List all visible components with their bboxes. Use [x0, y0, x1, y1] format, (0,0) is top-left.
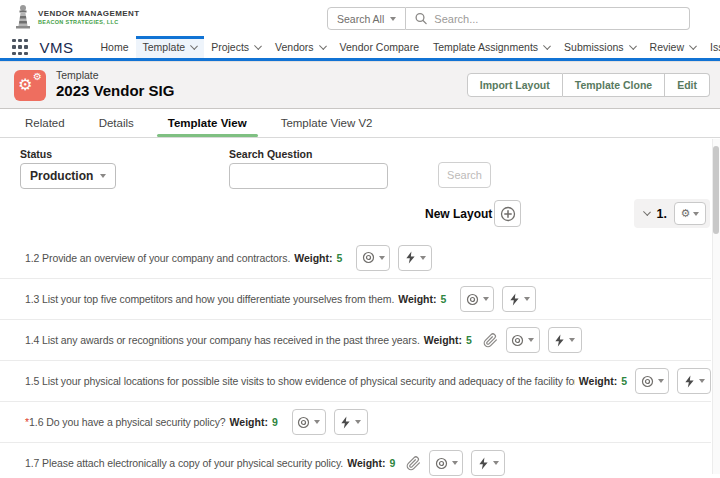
question-target-menu-button[interactable]	[460, 286, 494, 312]
chevron-down-icon	[493, 461, 499, 465]
section-settings-button[interactable]: ⚙	[674, 202, 706, 225]
search-scope-label: Search All	[337, 13, 384, 25]
question-actions-menu-button[interactable]	[677, 368, 711, 394]
chevron-down-icon	[483, 297, 489, 301]
record-actions: Import Layout Template Clone Edit	[467, 73, 710, 97]
nav-item-template[interactable]: Template	[136, 36, 205, 58]
lightning-icon	[478, 457, 489, 470]
search-question-input[interactable]	[236, 164, 381, 188]
question-actions-menu-button[interactable]	[471, 450, 505, 476]
question-text: 1.7 Please attach electronically a copy …	[25, 457, 343, 469]
nav-item-issue[interactable]: Issue	[703, 36, 720, 58]
question-row: 1.5 List your physical locations for pos…	[0, 360, 711, 401]
search-question-field-wrap	[229, 163, 388, 189]
tab-related[interactable]: Related	[8, 109, 82, 137]
logo-subtitle: BEACON STRATEGIES, LLC	[38, 19, 139, 25]
gear-icon: ⚙	[33, 72, 42, 82]
logo-title: VENDOR MANAGEMENT	[38, 9, 139, 18]
search-question-label: Search Question	[229, 148, 312, 160]
lightning-icon	[509, 293, 520, 306]
bullseye-icon	[511, 334, 524, 347]
weight-label: Weight:	[398, 293, 436, 305]
chevron-down-icon	[452, 461, 458, 465]
app-launcher-icon[interactable]	[12, 39, 28, 56]
nav-item-label: Template	[143, 41, 186, 53]
nav-item-submissions[interactable]: Submissions	[557, 36, 643, 58]
template-clone-button[interactable]: Template Clone	[563, 73, 665, 97]
question-list: 1.2 Provide an overview of your company …	[0, 237, 711, 478]
tab-template-view-v2[interactable]: Template View V2	[264, 109, 390, 137]
question-text: 1.2 Provide an overview of your company …	[25, 252, 290, 264]
question-actions-menu-button[interactable]	[502, 286, 536, 312]
weight-value: 9	[389, 457, 395, 469]
question-actions-menu-button[interactable]	[548, 327, 582, 353]
question-target-menu-button[interactable]	[356, 245, 390, 271]
status-select[interactable]: Production	[20, 163, 116, 189]
chevron-down-icon	[314, 420, 320, 424]
question-target-menu-button[interactable]	[429, 450, 463, 476]
search-input[interactable]	[434, 13, 680, 25]
attachment-paperclip-icon	[406, 456, 421, 471]
chevron-down-icon	[355, 420, 361, 424]
question-target-menu-button[interactable]	[292, 409, 326, 435]
question-row: 1.4 List any awards or recognitions your…	[0, 319, 711, 360]
section-header: 1. ⚙	[634, 199, 710, 228]
weight-label: Weight:	[294, 252, 332, 264]
tab-label: Template View V2	[281, 117, 373, 129]
question-actions-menu-button[interactable]	[398, 245, 432, 271]
question-actions-menu-button[interactable]	[334, 409, 368, 435]
weight-value: 5	[441, 293, 447, 305]
company-logo: VENDOR MANAGEMENT BEACON STRATEGIES, LLC	[12, 4, 139, 30]
question-target-menu-button[interactable]	[635, 368, 669, 394]
edit-button[interactable]: Edit	[665, 73, 710, 97]
weight-value: 5	[621, 375, 627, 387]
app-navigation-bar: VMS Home Template Projects Vendors Vendo…	[0, 36, 720, 61]
app-name: VMS	[40, 39, 74, 56]
collapse-section-icon[interactable]	[643, 208, 651, 216]
gear-icon: ⚙	[18, 77, 32, 93]
chevron-down-icon	[100, 174, 106, 178]
vertical-scrollbar[interactable]	[712, 139, 720, 474]
nav-item-home[interactable]: Home	[94, 36, 136, 58]
weight-value: 9	[272, 416, 278, 428]
global-header: VENDOR MANAGEMENT BEACON STRATEGIES, LLC…	[0, 0, 720, 36]
nav-item-template-assignments[interactable]: Template Assignments	[426, 36, 557, 58]
scrollbar-thumb[interactable]	[713, 146, 719, 234]
gear-icon: ⚙	[681, 208, 691, 219]
nav-item-label: Vendors	[275, 41, 314, 53]
add-layout-button[interactable]	[494, 200, 521, 227]
lightning-icon	[405, 251, 416, 264]
chevron-down-icon	[569, 338, 575, 342]
lightning-icon	[340, 416, 351, 429]
weight-value: 5	[337, 252, 343, 264]
chevron-down-icon	[420, 256, 426, 260]
question-target-menu-button[interactable]	[506, 327, 540, 353]
status-selected-value: Production	[30, 169, 93, 183]
nav-item-label: Review	[650, 41, 684, 53]
chevron-down-icon	[693, 212, 699, 216]
question-text: 1.3 List your top five competitors and h…	[25, 293, 394, 305]
vendor-management-app: VENDOR MANAGEMENT BEACON STRATEGIES, LLC…	[0, 0, 720, 478]
nav-item-review[interactable]: Review	[643, 36, 703, 58]
question-text: 1.4 List any awards or recognitions your…	[25, 334, 420, 346]
record-header: ⚙ ⚙ Template 2023 Vendor SIG Import Layo…	[0, 61, 720, 109]
chevron-down-icon	[190, 42, 198, 50]
nav-item-vendor-compare[interactable]: Vendor Compare	[333, 36, 426, 58]
question-text: 1.5 List your physical locations for pos…	[25, 375, 575, 387]
import-layout-button[interactable]: Import Layout	[467, 73, 563, 97]
search-button[interactable]: Search	[438, 162, 491, 188]
tab-template-view[interactable]: Template View	[151, 109, 264, 137]
question-row: 1.2 Provide an overview of your company …	[0, 237, 711, 278]
chevron-down-icon	[629, 42, 637, 50]
nav-item-vendors[interactable]: Vendors	[268, 36, 333, 58]
search-scope-button[interactable]: Search All	[327, 7, 406, 30]
new-layout-label: New Layout	[425, 207, 492, 221]
tab-details[interactable]: Details	[82, 109, 151, 137]
chevron-down-icon	[528, 338, 534, 342]
nav-item-projects[interactable]: Projects	[204, 36, 268, 58]
chevron-down-icon	[254, 42, 262, 50]
bullseye-icon	[297, 416, 310, 429]
attachment-paperclip-icon	[483, 333, 498, 348]
tab-label: Related	[25, 117, 65, 129]
weight-label: Weight:	[579, 375, 617, 387]
